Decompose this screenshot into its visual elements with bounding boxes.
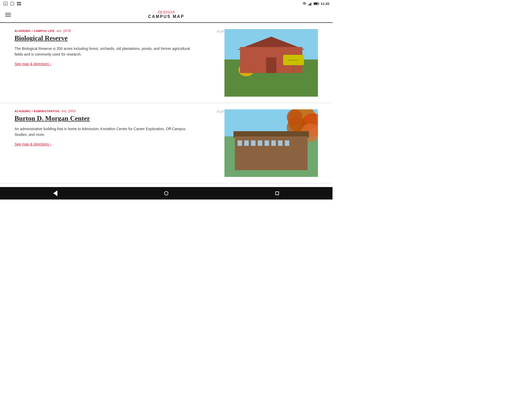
established-biological: est. 1978 — [57, 29, 71, 33]
location-name-burton[interactable]: Burton D. Morgan Center — [15, 115, 214, 122]
building-illustration — [235, 136, 308, 170]
category-burton: ACADEMIC / ADMINISTRATIVE est. 2003 — [15, 109, 214, 113]
svg-rect-10 — [311, 2, 312, 5]
brand-name: DENISON — [148, 11, 184, 14]
window — [244, 140, 249, 146]
window — [237, 140, 242, 146]
sign-post: Biological Reserve — [283, 55, 304, 73]
location-info-biological: POPULAR ★ ACADEMIC / CAMPUS LIFE est. 19… — [15, 29, 224, 66]
hamburger-icon — [5, 16, 11, 17]
menu-button[interactable] — [5, 13, 11, 17]
svg-text:A: A — [5, 3, 6, 5]
recent-icon — [275, 191, 279, 195]
window — [251, 140, 256, 146]
status-icons-left: A — [3, 1, 21, 6]
svg-rect-6 — [19, 4, 21, 5]
location-info-burton: POPULAR ★ ACADEMIC / ADMINISTRATIVE est.… — [15, 109, 224, 147]
window — [271, 140, 276, 146]
bio-reserve-illustration: Biological Reserve — [224, 29, 318, 97]
established-burton: est. 2003 — [62, 109, 76, 113]
location-card-biological-reserve: POPULAR ★ ACADEMIC / CAMPUS LIFE est. 19… — [0, 23, 332, 103]
wifi-icon — [302, 2, 307, 5]
location-name-biological[interactable]: Biological Reserve — [15, 34, 214, 42]
header-title-block: DENISON CAMPUS MAP — [148, 11, 184, 19]
window — [264, 140, 269, 146]
app-header: DENISON CAMPUS MAP — [0, 7, 332, 23]
app-title: CAMPUS MAP — [148, 14, 184, 19]
svg-rect-4 — [19, 2, 21, 3]
burton-illustration — [224, 109, 318, 177]
sign-pole — [293, 65, 294, 73]
location-desc-biological: The Biological Reserve is 350 acres incl… — [15, 46, 196, 57]
notification-a-icon: A — [3, 1, 8, 6]
building-body — [235, 136, 308, 170]
signal-icon — [308, 2, 312, 5]
svg-rect-12 — [318, 3, 319, 4]
status-bar: A — [0, 0, 332, 7]
barn-door — [266, 57, 276, 73]
recent-button[interactable] — [272, 189, 282, 198]
svg-rect-9 — [310, 3, 311, 5]
back-icon — [53, 190, 57, 196]
main-content: POPULAR ★ ACADEMIC / CAMPUS LIFE est. 19… — [0, 23, 332, 187]
location-desc-burton: An administrative building that is home … — [15, 126, 196, 138]
svg-point-2 — [10, 2, 14, 5]
back-button[interactable] — [51, 189, 60, 198]
svg-rect-13 — [314, 3, 317, 5]
location-image-burton[interactable] — [224, 109, 318, 177]
home-button[interactable] — [162, 189, 171, 198]
hamburger-icon — [5, 15, 11, 15]
circle-status-icon — [10, 1, 15, 6]
svg-rect-3 — [17, 2, 19, 3]
clock-time: 11:43 — [321, 2, 329, 6]
window — [285, 140, 289, 146]
location-card-burton-morgan: POPULAR ★ ACADEMIC / ADMINISTRATIVE est.… — [0, 103, 332, 183]
location-image-biological[interactable]: Biological Reserve — [224, 29, 318, 97]
bottom-navigation — [0, 187, 332, 200]
window — [258, 140, 262, 146]
svg-rect-5 — [17, 4, 19, 5]
status-right: 11:43 — [302, 2, 329, 6]
map-link-burton[interactable]: See map & directions › — [15, 142, 51, 146]
svg-rect-8 — [309, 4, 310, 5]
grid-status-icon — [17, 1, 21, 6]
window — [278, 140, 283, 146]
map-link-biological[interactable]: See map & directions › — [15, 62, 51, 66]
sign-board: Biological Reserve — [283, 55, 304, 65]
category-text-burton: ACADEMIC / ADMINISTRATIVE — [15, 110, 59, 113]
battery-icon — [314, 2, 319, 5]
category-biological: ACADEMIC / CAMPUS LIFE est. 1978 — [15, 29, 214, 33]
svg-point-18 — [287, 109, 302, 125]
home-icon — [164, 191, 168, 195]
building-windows — [235, 136, 308, 150]
category-text-biological: ACADEMIC / CAMPUS LIFE — [15, 29, 55, 32]
svg-rect-7 — [308, 4, 309, 5]
hamburger-icon — [5, 13, 11, 14]
